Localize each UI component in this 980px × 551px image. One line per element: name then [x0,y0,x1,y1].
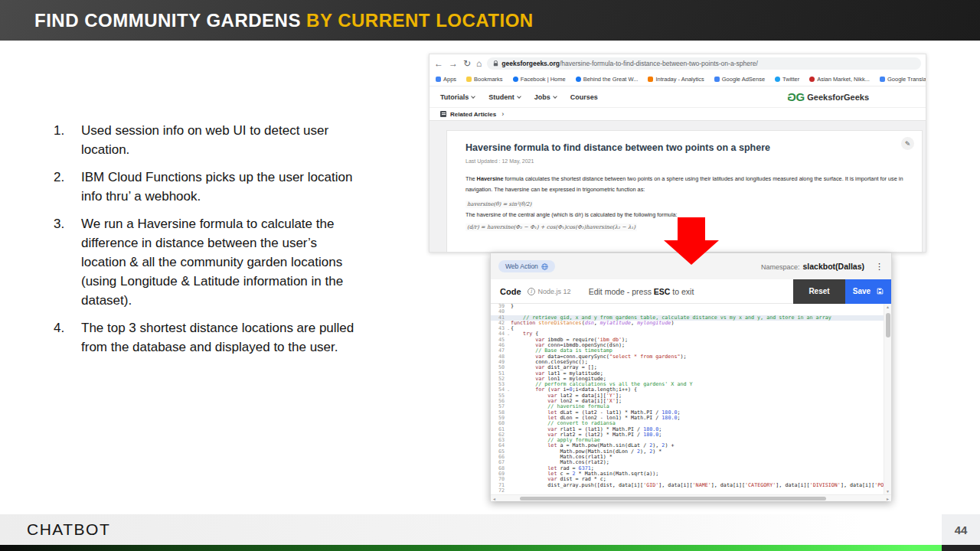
code-line[interactable]: 49 conn.closeSync(); [491,360,891,365]
back-icon[interactable]: ← [434,59,443,68]
bookmark-item[interactable]: Google Translate [880,76,926,83]
reload-icon[interactable]: ↻ [463,59,471,68]
globe-icon [541,263,548,270]
namespace: Namespace: slackbot(Dallas) [761,262,864,271]
bookmark-label: Twitter [782,76,799,83]
code-line[interactable]: 42function storeDistances(dsn, mylatitud… [491,321,891,326]
code-text: // apply formulae [511,438,891,443]
lock-icon [493,60,498,67]
footer-accent-bar-end [942,545,980,551]
code-line[interactable]: 60 // convert to radiansa [491,421,891,426]
nav-link-label: Student [488,93,514,101]
code-line[interactable]: 47 // Base data is timestamp [491,348,891,354]
web-action-badge[interactable]: Web Action [498,260,555,272]
save-button[interactable]: Save [845,279,891,304]
code-text: // perform calculations vs all the garde… [511,382,891,387]
bookmark-item[interactable]: Facebook | Home [513,76,566,83]
site-brand[interactable]: GG GeeksforGeeks [789,90,869,103]
line-number: 72 [491,488,506,494]
scroll-left-icon[interactable]: ◂ [493,496,495,501]
code-text: dist_array.push([dist, data[i]['GID'], d… [511,483,891,488]
nav-link-label: Tutorials [440,93,469,101]
code-line[interactable]: 50 var dist_array = []; [491,365,891,370]
scroll-down-icon[interactable]: ▼ [886,488,890,494]
nav-link-label: Jobs [534,93,550,101]
url-bar[interactable]: geeksforgeeks.org/haversine-formula-to-f… [487,57,921,70]
footer-label: CHATBOT [27,520,110,539]
forward-icon[interactable]: → [449,59,458,68]
code-line[interactable]: 61 var rlat1 = (lat1) * Math.PI / 180.0; [491,427,891,432]
code-text: for (var i=0;i<data.length;i++) { [511,387,891,393]
code-line[interactable]: 59 let dLon = (lon2 - lon1) * Math.PI / … [491,416,891,421]
code-line[interactable]: 53 // perform calculations vs all the ga… [491,382,891,387]
step-number: 4. [54,319,81,357]
code-line[interactable]: 58 let dLat = (lat2 - lat1) * Math.PI / … [491,410,891,416]
nav-link-courses[interactable]: Courses [570,93,598,101]
code-line[interactable]: 63 // apply formulae [491,438,891,443]
code-line[interactable]: 64 let a = Math.pow(Math.sin(dLat / 2), … [491,443,891,448]
code-text: let dLat = (lat2 - lat1) * Math.PI / 180… [511,410,891,416]
bookmark-item[interactable]: Apps [436,76,456,83]
bookmark-item[interactable]: Asian Market, Nikk... [809,76,870,83]
related-articles-bar[interactable]: Related Articles › [430,108,926,121]
code-line[interactable]: 39} [491,304,891,309]
code-line[interactable]: 62 var rlat2 = (lat2) * Math.PI / 180.0; [491,432,891,438]
code-line[interactable]: 72 [491,488,891,494]
bookmark-item[interactable]: Twitter [775,76,799,83]
code-line[interactable]: 70 var dist = rad * c; [491,477,891,482]
bookmark-favicon [880,77,885,82]
code-line[interactable]: 65 Math.pow(Math.sin(dLon / 2), 2) * [491,449,891,455]
scroll-up-icon[interactable]: ▲ [886,304,890,310]
code-text: // convert to radiansa [511,421,891,426]
code-line[interactable]: 44- try { [491,331,891,337]
horizontal-scrollbar[interactable]: ◂ ▸ [491,494,891,501]
step-item: 2.IBM Cloud Functions picks up the user … [54,168,407,207]
code-line[interactable]: 71 dist_array.push([dist, data[i]['GID']… [491,483,891,488]
related-articles-label: Related Articles [450,111,496,118]
nav-link-label: Courses [570,93,598,101]
edit-pencil-button[interactable]: ✎ [901,137,914,150]
code-line[interactable]: 56 var lon2 = data[i]['X']; [491,399,891,404]
code-line[interactable]: 54- for (var i=0;i<data.length;i++) { [491,387,891,393]
nav-link-student[interactable]: Student [488,93,521,101]
code-text: var conn=ibmdb.openSync(dsn); [511,343,891,348]
bookmark-item[interactable]: Bookmarks [466,76,503,83]
nav-link-tutorials[interactable]: Tutorials [440,93,475,101]
code-line[interactable]: 57 // haversine formula [491,404,891,409]
step-item: 1.Used session info on web UI to detect … [54,122,407,160]
scroll-right-icon[interactable]: ▸ [887,496,889,501]
code-line[interactable]: 55 var lat2 = data[i]['Y']; [491,393,891,399]
code-line[interactable]: 43-{ [491,326,891,331]
article-icon [440,111,446,117]
code-line[interactable]: 41 // retrieve gid, x and y from gardens… [491,315,891,321]
bookmark-item[interactable]: Intraday - Analytics [648,76,704,83]
red-down-arrow [664,217,719,265]
vertical-scrollbar[interactable]: ▲ ▼ [884,304,891,494]
code-line[interactable]: 40 [491,309,891,315]
home-icon[interactable]: ⌂ [476,59,482,68]
code-line[interactable]: 69 let c = 2 * Math.asin(Math.sqrt(a)); [491,471,891,477]
code-line[interactable]: 46 var conn=ibmdb.openSync(dsn); [491,343,891,348]
code-line[interactable]: 51 var lat1 = mylatitude; [491,371,891,377]
code-text: var lon1 = mylongitude; [511,377,891,382]
vertical-scroll-thumb[interactable] [886,313,890,337]
code-text: let a = Math.pow(Math.sin(dLat / 2), 2) … [511,443,891,448]
code-line[interactable]: 45 var ibmdb = require('ibm_db'); [491,337,891,343]
kebab-menu-icon[interactable]: ⋮ [875,262,884,272]
step-text: The top 3 shortest distance locations ar… [81,319,364,357]
editor-toolbar: Code i Node.js 12 Edit mode - press ESC … [491,279,891,304]
bookmark-item[interactable]: Behind the Great W... [576,76,639,83]
bookmarks-bar: AppsBookmarksFacebook | HomeBehind the G… [430,73,926,86]
code-line[interactable]: 68 let rad = 6371; [491,466,891,471]
reset-button[interactable]: Reset [793,279,845,304]
code-text: var dist = rad * c; [511,477,891,482]
code-line[interactable]: 48 var data=conn.querySync("select * fro… [491,354,891,360]
code-line[interactable]: 66 Math.cos(rlat1) * [491,455,891,460]
code-text: var rlat1 = (lat1) * Math.PI / 180.0; [511,427,891,432]
bookmark-item[interactable]: Google AdSense [714,76,765,83]
nav-link-jobs[interactable]: Jobs [534,93,557,101]
horizontal-scroll-thumb[interactable] [520,497,826,500]
code-line[interactable]: 52 var lon1 = mylongitude; [491,377,891,382]
code-area[interactable]: 39}4041 // retrieve gid, x and y from ga… [491,304,891,494]
code-line[interactable]: 67 Math.cos(rlat2); [491,460,891,465]
